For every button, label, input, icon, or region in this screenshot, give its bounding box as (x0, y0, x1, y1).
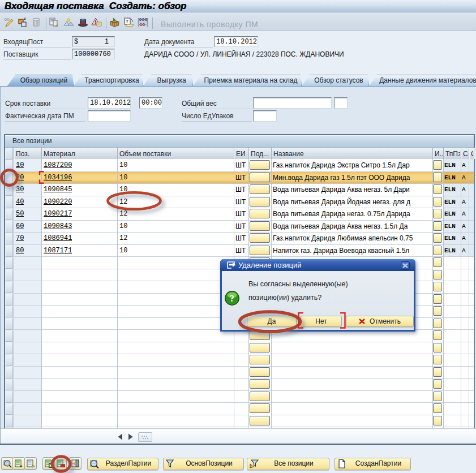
svg-text:?: ? (230, 293, 235, 304)
svg-text:?: ? (126, 19, 128, 24)
